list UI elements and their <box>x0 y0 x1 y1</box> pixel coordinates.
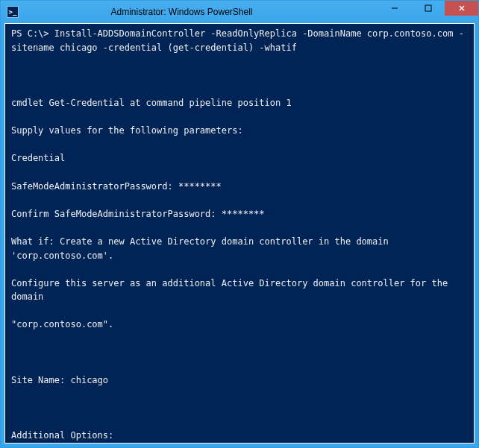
output-line <box>11 69 468 83</box>
minimize-icon <box>391 4 398 12</box>
close-button[interactable] <box>445 1 478 16</box>
window-title: Administrator: Windows PowerShell <box>0 7 378 17</box>
maximize-button[interactable] <box>411 1 445 16</box>
prompt: PS C:\> <box>11 28 49 39</box>
output-line: What if: Create a new Active Directory d… <box>11 235 468 262</box>
command-text: Install-ADDSDomainController -ReadOnlyRe… <box>11 28 464 53</box>
output-line: SafeModeAdministratorPassword: ******** <box>11 180 468 194</box>
command-line: PS C:\> Install-ADDSDomainController -Re… <box>11 27 468 54</box>
window-controls <box>378 1 478 23</box>
output-line <box>11 346 468 360</box>
output-line: cmdlet Get-Credential at command pipelin… <box>11 96 468 110</box>
output-line: Supply values for the following paramete… <box>11 124 468 138</box>
output-line: Credential <box>11 151 468 165</box>
titlebar[interactable]: >_ Administrator: Windows PowerShell <box>1 1 478 23</box>
output-line: Confirm SafeModeAdministratorPassword: *… <box>11 207 468 221</box>
output-line: "corp.contoso.com". <box>11 318 468 332</box>
close-icon <box>458 4 466 12</box>
maximize-icon <box>425 4 432 12</box>
output-line: Site Name: chicago <box>11 373 468 388</box>
output-line <box>11 401 468 415</box>
output-line: Additional Options: <box>11 429 468 443</box>
minimize-button[interactable] <box>378 1 411 16</box>
svg-rect-1 <box>425 5 431 11</box>
output-line: Configure this server as an additional A… <box>11 277 468 304</box>
powershell-window: >_ Administrator: Windows PowerShell PS … <box>0 0 479 448</box>
terminal-pane[interactable]: PS C:\> Install-ADDSDomainController -Re… <box>4 23 475 444</box>
